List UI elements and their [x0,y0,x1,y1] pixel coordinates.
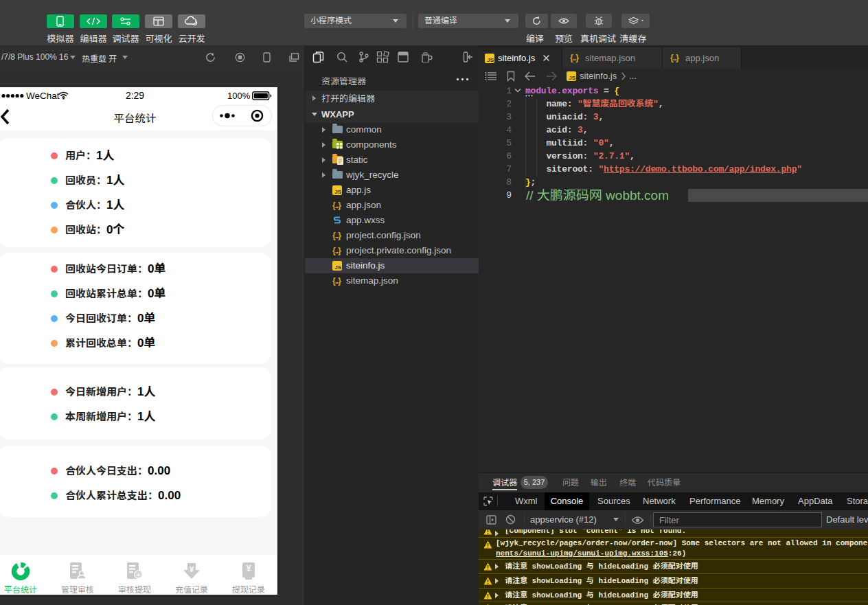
svg-text:¥: ¥ [190,565,194,573]
svg-text:审: 审 [136,572,141,578]
svg-text:¥: ¥ [247,564,251,573]
